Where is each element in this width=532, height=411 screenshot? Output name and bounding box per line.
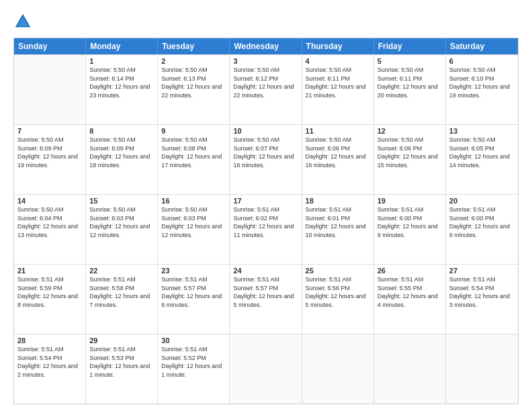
calendar-cell-4-3 xyxy=(230,334,302,404)
day-info: Sunrise: 5:50 AMSunset: 6:09 PMDaylight:… xyxy=(17,136,82,169)
day-number: 20 xyxy=(449,197,515,205)
day-number: 27 xyxy=(449,267,515,275)
day-info: Sunrise: 5:51 AMSunset: 6:00 PMDaylight:… xyxy=(378,205,442,239)
calendar-header-thursday: Thursday xyxy=(302,38,374,54)
day-info: Sunrise: 5:50 AMSunset: 6:03 PMDaylight:… xyxy=(161,205,226,239)
calendar-cell-4-2: 30Sunrise: 5:51 AMSunset: 5:52 PMDayligh… xyxy=(158,334,230,404)
day-number: 15 xyxy=(89,197,154,205)
day-info: Sunrise: 5:51 AMSunset: 5:57 PMDaylight:… xyxy=(233,275,298,309)
day-info: Sunrise: 5:51 AMSunset: 5:56 PMDaylight:… xyxy=(306,275,370,309)
day-info: Sunrise: 5:50 AMSunset: 6:08 PMDaylight:… xyxy=(161,136,226,169)
calendar: SundayMondayTuesdayWednesdayThursdayFrid… xyxy=(13,38,519,404)
day-number: 7 xyxy=(17,127,82,135)
calendar-cell-2-6: 20Sunrise: 5:51 AMSunset: 6:00 PMDayligh… xyxy=(446,195,518,264)
calendar-cell-2-5: 19Sunrise: 5:51 AMSunset: 6:00 PMDayligh… xyxy=(374,195,446,264)
day-number: 17 xyxy=(233,197,298,205)
day-info: Sunrise: 5:51 AMSunset: 5:54 PMDaylight:… xyxy=(449,275,515,309)
calendar-header-tuesday: Tuesday xyxy=(158,38,230,54)
day-number: 4 xyxy=(306,57,370,65)
day-number: 25 xyxy=(306,267,370,275)
calendar-cell-4-5 xyxy=(374,334,446,404)
day-info: Sunrise: 5:50 AMSunset: 6:03 PMDaylight:… xyxy=(89,205,154,239)
day-info: Sunrise: 5:51 AMSunset: 5:54 PMDaylight:… xyxy=(17,345,82,379)
day-info: Sunrise: 5:51 AMSunset: 5:55 PMDaylight:… xyxy=(378,275,442,309)
calendar-cell-1-2: 9Sunrise: 5:50 AMSunset: 6:08 PMDaylight… xyxy=(158,125,230,194)
day-number: 29 xyxy=(89,336,154,345)
day-info: Sunrise: 5:50 AMSunset: 6:14 PMDaylight:… xyxy=(89,66,154,99)
day-number: 14 xyxy=(17,197,82,205)
calendar-cell-3-2: 23Sunrise: 5:51 AMSunset: 5:57 PMDayligh… xyxy=(158,265,230,334)
day-number: 3 xyxy=(233,57,298,65)
calendar-cell-1-3: 10Sunrise: 5:50 AMSunset: 6:07 PMDayligh… xyxy=(230,125,302,194)
day-number: 23 xyxy=(161,267,226,275)
day-number: 2 xyxy=(161,57,226,65)
calendar-cell-2-0: 14Sunrise: 5:50 AMSunset: 6:04 PMDayligh… xyxy=(14,195,86,264)
day-number: 28 xyxy=(17,336,82,345)
day-info: Sunrise: 5:51 AMSunset: 5:58 PMDaylight:… xyxy=(89,275,154,309)
day-number: 21 xyxy=(17,267,82,275)
calendar-cell-4-4 xyxy=(302,334,374,404)
calendar-cell-0-2: 2Sunrise: 5:50 AMSunset: 6:13 PMDaylight… xyxy=(158,55,230,124)
day-number: 16 xyxy=(161,197,226,205)
calendar-cell-4-6 xyxy=(446,334,518,404)
calendar-cell-0-3: 3Sunrise: 5:50 AMSunset: 6:12 PMDaylight… xyxy=(230,55,302,124)
day-number: 9 xyxy=(161,127,226,135)
calendar-cell-1-0: 7Sunrise: 5:50 AMSunset: 6:09 PMDaylight… xyxy=(14,125,86,194)
calendar-cell-3-3: 24Sunrise: 5:51 AMSunset: 5:57 PMDayligh… xyxy=(230,265,302,334)
day-info: Sunrise: 5:50 AMSunset: 6:07 PMDaylight:… xyxy=(233,136,298,169)
day-number: 12 xyxy=(378,127,442,135)
calendar-row-4: 28Sunrise: 5:51 AMSunset: 5:54 PMDayligh… xyxy=(14,334,518,404)
calendar-cell-0-6: 6Sunrise: 5:50 AMSunset: 6:10 PMDaylight… xyxy=(446,55,518,124)
calendar-cell-3-0: 21Sunrise: 5:51 AMSunset: 5:59 PMDayligh… xyxy=(14,265,86,334)
day-info: Sunrise: 5:50 AMSunset: 6:06 PMDaylight:… xyxy=(306,136,370,169)
day-info: Sunrise: 5:50 AMSunset: 6:06 PMDaylight:… xyxy=(378,136,442,169)
day-info: Sunrise: 5:51 AMSunset: 5:53 PMDaylight:… xyxy=(89,345,154,379)
calendar-cell-0-4: 4Sunrise: 5:50 AMSunset: 6:11 PMDaylight… xyxy=(302,55,374,124)
day-info: Sunrise: 5:50 AMSunset: 6:13 PMDaylight:… xyxy=(161,66,226,99)
day-info: Sunrise: 5:50 AMSunset: 6:04 PMDaylight:… xyxy=(17,205,82,239)
day-info: Sunrise: 5:51 AMSunset: 6:02 PMDaylight:… xyxy=(233,205,298,239)
day-info: Sunrise: 5:51 AMSunset: 5:52 PMDaylight:… xyxy=(161,345,226,379)
day-info: Sunrise: 5:51 AMSunset: 6:01 PMDaylight:… xyxy=(306,205,370,239)
day-info: Sunrise: 5:50 AMSunset: 6:11 PMDaylight:… xyxy=(306,66,370,99)
calendar-cell-1-4: 11Sunrise: 5:50 AMSunset: 6:06 PMDayligh… xyxy=(302,125,374,194)
header xyxy=(13,11,519,31)
day-info: Sunrise: 5:50 AMSunset: 6:12 PMDaylight:… xyxy=(233,66,298,99)
calendar-header-row: SundayMondayTuesdayWednesdayThursdayFrid… xyxy=(14,38,518,54)
day-number: 24 xyxy=(233,267,298,275)
day-number: 8 xyxy=(89,127,154,135)
day-number: 26 xyxy=(378,267,442,275)
day-number: 18 xyxy=(306,197,370,205)
calendar-cell-2-3: 17Sunrise: 5:51 AMSunset: 6:02 PMDayligh… xyxy=(230,195,302,264)
day-number: 22 xyxy=(89,267,154,275)
calendar-header-wednesday: Wednesday xyxy=(230,38,302,54)
day-info: Sunrise: 5:50 AMSunset: 6:09 PMDaylight:… xyxy=(89,136,154,169)
calendar-header-sunday: Sunday xyxy=(14,38,86,54)
calendar-cell-2-2: 16Sunrise: 5:50 AMSunset: 6:03 PMDayligh… xyxy=(158,195,230,264)
day-number: 11 xyxy=(306,127,370,135)
day-info: Sunrise: 5:51 AMSunset: 6:00 PMDaylight:… xyxy=(449,205,515,239)
day-info: Sunrise: 5:50 AMSunset: 6:05 PMDaylight:… xyxy=(449,136,515,169)
calendar-row-1: 7Sunrise: 5:50 AMSunset: 6:09 PMDaylight… xyxy=(14,124,518,194)
day-number: 6 xyxy=(449,57,515,65)
calendar-cell-3-6: 27Sunrise: 5:51 AMSunset: 5:54 PMDayligh… xyxy=(446,265,518,334)
calendar-body: 1Sunrise: 5:50 AMSunset: 6:14 PMDaylight… xyxy=(14,54,518,404)
calendar-cell-1-5: 12Sunrise: 5:50 AMSunset: 6:06 PMDayligh… xyxy=(374,125,446,194)
calendar-cell-1-6: 13Sunrise: 5:50 AMSunset: 6:05 PMDayligh… xyxy=(446,125,518,194)
calendar-cell-3-4: 25Sunrise: 5:51 AMSunset: 5:56 PMDayligh… xyxy=(302,265,374,334)
calendar-cell-4-0: 28Sunrise: 5:51 AMSunset: 5:54 PMDayligh… xyxy=(14,334,86,404)
day-number: 10 xyxy=(233,127,298,135)
calendar-cell-3-5: 26Sunrise: 5:51 AMSunset: 5:55 PMDayligh… xyxy=(374,265,446,334)
calendar-row-0: 1Sunrise: 5:50 AMSunset: 6:14 PMDaylight… xyxy=(14,54,518,124)
logo-icon xyxy=(13,12,32,31)
calendar-header-friday: Friday xyxy=(374,38,446,54)
day-number: 19 xyxy=(378,197,442,205)
calendar-header-monday: Monday xyxy=(86,38,158,54)
calendar-row-3: 21Sunrise: 5:51 AMSunset: 5:59 PMDayligh… xyxy=(14,264,518,334)
calendar-row-2: 14Sunrise: 5:50 AMSunset: 6:04 PMDayligh… xyxy=(14,194,518,264)
calendar-cell-0-1: 1Sunrise: 5:50 AMSunset: 6:14 PMDaylight… xyxy=(86,55,158,124)
calendar-cell-0-5: 5Sunrise: 5:50 AMSunset: 6:11 PMDaylight… xyxy=(374,55,446,124)
day-info: Sunrise: 5:50 AMSunset: 6:10 PMDaylight:… xyxy=(449,66,515,99)
calendar-cell-0-0 xyxy=(14,55,86,124)
day-number: 1 xyxy=(89,57,154,65)
